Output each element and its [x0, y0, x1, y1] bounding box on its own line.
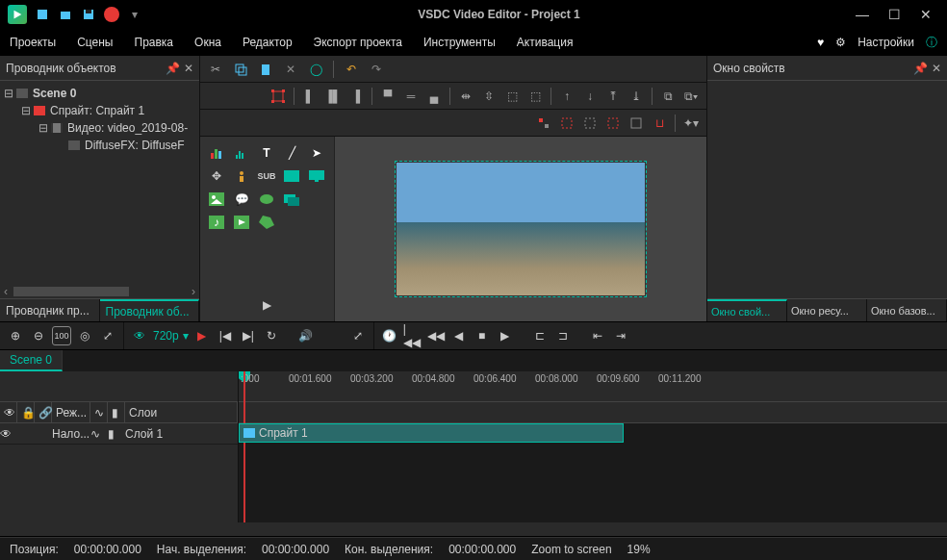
marker2-icon[interactable]: ⊐	[553, 326, 573, 345]
shape-tool-icon[interactable]	[258, 214, 275, 231]
person-tool-icon[interactable]	[233, 167, 250, 185]
close-button[interactable]: ✕	[920, 7, 932, 22]
layer-tool-icon[interactable]	[283, 191, 300, 208]
redo-icon[interactable]: ↷	[367, 60, 386, 79]
qat-new-icon[interactable]	[35, 7, 50, 22]
settings-label[interactable]: Настройки	[857, 36, 914, 49]
next-cut-icon[interactable]: ▶|	[239, 326, 258, 345]
menu-export[interactable]: Экспорт проекта	[314, 36, 402, 49]
status-zoom-label[interactable]: Zoom to screen	[531, 543, 611, 556]
selection-mode5-icon[interactable]	[627, 114, 646, 133]
menu-projects[interactable]: Проекты	[10, 36, 56, 49]
snap-left-icon[interactable]: ⇤	[588, 326, 607, 345]
menu-scenes[interactable]: Сцены	[77, 36, 113, 49]
selection-mode1-icon[interactable]	[534, 114, 553, 133]
quality-label[interactable]: 720p	[153, 329, 179, 343]
pin-icon[interactable]: 📌	[166, 62, 180, 75]
arrow-down-icon[interactable]: ↓	[580, 87, 600, 106]
preview-viewport[interactable]	[335, 137, 706, 321]
tree-fx[interactable]: DiffuseFX: DiffuseF	[85, 139, 185, 152]
chart-tool-icon[interactable]	[208, 144, 225, 162]
zoom-100-icon[interactable]: 100	[52, 326, 71, 345]
quality-eye-icon[interactable]: 👁	[130, 326, 149, 345]
mode-column[interactable]: Реж...	[52, 402, 90, 422]
delete-icon[interactable]: ✕	[281, 60, 300, 79]
tree-video[interactable]: Видео: video_2019-08-	[67, 121, 188, 135]
volume-icon[interactable]: 🔊	[296, 326, 316, 345]
selection-mode6-icon[interactable]: ⊔	[650, 114, 669, 133]
marker1-icon[interactable]: ⊏	[530, 326, 550, 345]
object-tree[interactable]: ⊟Scene 0 ⊟Спрайт: Спрайт 1 ⊟Видео: video…	[0, 81, 199, 285]
pointer-tool-icon[interactable]: ➤	[308, 144, 325, 162]
playhead-line[interactable]	[243, 371, 245, 522]
distribute-h-icon[interactable]: ⇹	[456, 87, 475, 106]
rect-tool-icon[interactable]	[283, 167, 300, 185]
lock-column-icon[interactable]: 🔒	[17, 402, 35, 422]
timeline-scene-tab[interactable]: Scene 0	[0, 350, 63, 371]
selection-mode3-icon[interactable]	[580, 114, 600, 133]
align-right-icon[interactable]: ▐	[346, 87, 366, 106]
arrow-up-icon[interactable]: ↑	[557, 87, 576, 106]
track-layer-name[interactable]: Слой 1	[125, 427, 238, 441]
text-tool-icon[interactable]: T	[258, 144, 275, 162]
align-top-icon[interactable]: ▀	[378, 87, 397, 106]
play-preview-icon[interactable]: ▶	[259, 296, 276, 314]
subtitle-tool-icon[interactable]: SUB	[258, 167, 275, 185]
qat-save-icon[interactable]	[81, 7, 96, 22]
loop-icon[interactable]: ↻	[262, 326, 281, 345]
preview-frame[interactable]	[396, 162, 646, 296]
stats-tool-icon[interactable]	[233, 144, 250, 162]
speech-tool-icon[interactable]: 💬	[233, 191, 250, 208]
undo-icon[interactable]: ↶	[342, 60, 361, 79]
step-back-icon[interactable]: ◀	[449, 326, 469, 345]
timeline-clip[interactable]: Спрайт 1	[239, 423, 624, 443]
tree-hscroll[interactable]: ‹›	[0, 285, 199, 298]
cut-icon[interactable]: ✂	[206, 60, 225, 79]
tab-object-explorer[interactable]: Проводник об...	[100, 299, 200, 321]
gear-icon[interactable]: ⚙	[835, 36, 846, 49]
screen-tool-icon[interactable]	[308, 167, 325, 185]
play-icon[interactable]: ▶	[192, 326, 212, 345]
properties-close-icon[interactable]: ✕	[932, 62, 941, 75]
audio-tool-icon[interactable]: ♪	[208, 214, 225, 231]
transform-icon[interactable]	[269, 87, 288, 106]
fit-width-icon[interactable]: ⬚	[502, 87, 522, 106]
minimize-button[interactable]: —	[856, 7, 869, 22]
rewind-icon[interactable]: ◀◀	[426, 326, 446, 345]
info-icon[interactable]: ⓘ	[926, 35, 937, 51]
bring-front-icon[interactable]: ⤒	[603, 87, 623, 106]
visibility-column-icon[interactable]: 👁	[0, 402, 17, 422]
move-tool-icon[interactable]: ✥	[208, 167, 225, 185]
timeline-track-row[interactable]: 👁 Нало... ∿ ▮ Слой 1	[0, 423, 238, 445]
refresh-icon[interactable]: ◯	[306, 60, 325, 79]
heart-icon[interactable]: ♥	[817, 36, 824, 49]
track-mode[interactable]: Нало...	[52, 427, 90, 441]
zoom-fit-icon[interactable]: ◎	[75, 326, 94, 345]
image-tool-icon[interactable]	[208, 191, 225, 208]
qat-open-icon[interactable]	[58, 7, 73, 22]
tool-settings-icon[interactable]: ✦▾	[681, 114, 701, 133]
prev-cut-icon[interactable]: |◀	[216, 326, 235, 345]
paste-icon[interactable]	[256, 60, 275, 79]
delete-column-icon[interactable]: ▮	[108, 402, 125, 422]
wave-column-icon[interactable]: ∿	[90, 402, 108, 422]
qat-dropdown-icon[interactable]: ▾	[127, 7, 142, 22]
menu-editor[interactable]: Редактор	[243, 36, 293, 49]
copy-icon[interactable]	[231, 60, 250, 79]
zoom-more-icon[interactable]: ⤢	[98, 326, 117, 345]
tab-project-explorer[interactable]: Проводник пр...	[0, 299, 100, 321]
zoom-out-icon[interactable]: ⊖	[29, 326, 48, 345]
align-bottom-icon[interactable]: ▄	[424, 87, 444, 106]
video-tool-icon[interactable]	[233, 214, 250, 231]
zoom-in-icon[interactable]: ⊕	[6, 326, 25, 345]
skip-start-icon[interactable]: |◀◀	[403, 326, 422, 345]
align-middle-v-icon[interactable]: ═	[401, 87, 421, 106]
line-tool-icon[interactable]: ╱	[283, 144, 300, 162]
pb-expand-icon[interactable]: ⤢	[348, 326, 368, 345]
qat-record-icon[interactable]	[104, 7, 119, 22]
align-left-icon[interactable]: ▌	[300, 87, 320, 106]
selection-mode4-icon[interactable]	[603, 114, 623, 133]
ungroup-icon[interactable]: ⧉▾	[681, 87, 701, 106]
tab-basic[interactable]: Окно базов...	[867, 299, 947, 321]
align-center-h-icon[interactable]: ▐▌	[323, 87, 343, 106]
